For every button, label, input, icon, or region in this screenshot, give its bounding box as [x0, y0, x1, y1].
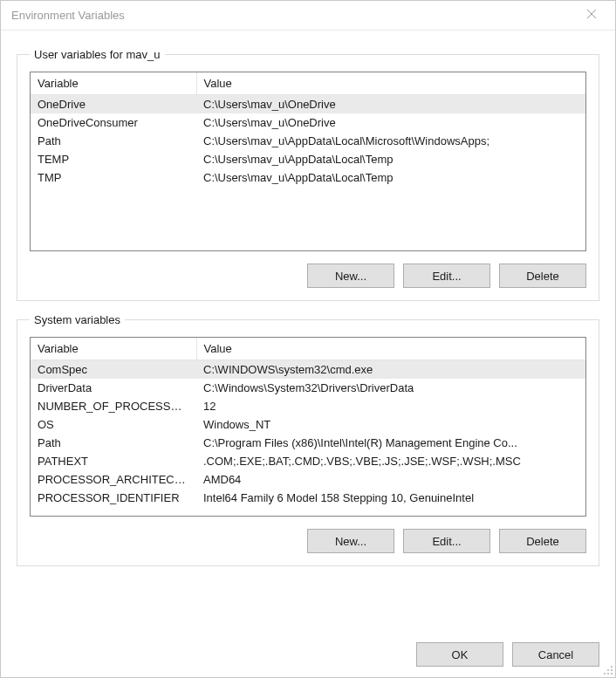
- system-button-row: New... Edit... Delete: [30, 529, 586, 553]
- cell-value: C:\Users\mav_u\OneDrive: [196, 113, 585, 132]
- user-variables-scroll[interactable]: Variable Value OneDriveC:\Users\mav_u\On…: [31, 72, 585, 250]
- cell-variable: PROCESSOR_ARCHITECTU...: [31, 470, 196, 489]
- titlebar: Environment Variables: [1, 1, 615, 31]
- system-variables-table[interactable]: Variable Value ComSpecC:\WINDOWS\system3…: [31, 338, 585, 507]
- svg-point-3: [607, 669, 609, 671]
- close-button[interactable]: [572, 2, 612, 30]
- table-row[interactable]: OneDriveC:\Users\mav_u\OneDrive: [31, 95, 585, 114]
- content: User variables for mav_u Variable Value …: [1, 31, 615, 677]
- user-group-legend: User variables for mav_u: [30, 48, 165, 61]
- column-header-value[interactable]: Value: [196, 72, 585, 95]
- cell-value: 12: [196, 397, 585, 415]
- cell-value: C:\Users\mav_u\AppData\Local\Temp: [196, 150, 585, 168]
- table-row[interactable]: PROCESSOR_IDENTIFIERIntel64 Family 6 Mod…: [31, 489, 585, 507]
- svg-point-7: [611, 673, 613, 675]
- system-variables-scroll[interactable]: Variable Value ComSpecC:\WINDOWS\system3…: [31, 338, 585, 516]
- cell-value: C:\WINDOWS\system32\cmd.exe: [196, 360, 585, 380]
- window-title: Environment Variables: [11, 9, 572, 22]
- user-variables-table[interactable]: Variable Value OneDriveC:\Users\mav_u\On…: [31, 72, 585, 187]
- table-row[interactable]: PathC:\Users\mav_u\AppData\Local\Microso…: [31, 132, 585, 150]
- table-row[interactable]: OSWindows_NT: [31, 415, 585, 434]
- user-variables-table-wrap: Variable Value OneDriveC:\Users\mav_u\On…: [30, 72, 586, 251]
- cell-value: C:\Program Files (x86)\Intel\Intel(R) Ma…: [196, 434, 585, 452]
- column-header-variable[interactable]: Variable: [31, 338, 196, 360]
- table-row[interactable]: PathC:\Program Files (x86)\Intel\Intel(R…: [31, 434, 585, 452]
- cell-variable: NUMBER_OF_PROCESSORS: [31, 397, 196, 415]
- cell-variable: OneDrive: [31, 95, 196, 114]
- cell-value: Intel64 Family 6 Model 158 Stepping 10, …: [196, 489, 585, 507]
- table-row[interactable]: PATHEXT.COM;.EXE;.BAT;.CMD;.VBS;.VBE;.JS…: [31, 452, 585, 470]
- user-new-button[interactable]: New...: [307, 264, 394, 288]
- column-header-variable[interactable]: Variable: [31, 72, 196, 95]
- cell-variable: PATHEXT: [31, 452, 196, 470]
- cell-value: Windows_NT: [196, 415, 585, 434]
- cell-variable: TMP: [31, 168, 196, 187]
- resize-grip-icon[interactable]: [601, 663, 613, 675]
- svg-point-5: [604, 673, 606, 675]
- close-icon: [586, 9, 597, 22]
- cell-value: C:\Users\mav_u\OneDrive: [196, 95, 585, 114]
- system-new-button[interactable]: New...: [307, 529, 394, 553]
- table-row[interactable]: NUMBER_OF_PROCESSORS12: [31, 397, 585, 415]
- column-header-value[interactable]: Value: [196, 338, 585, 360]
- cell-variable: Path: [31, 132, 196, 150]
- user-edit-button[interactable]: Edit...: [403, 264, 490, 288]
- system-edit-button[interactable]: Edit...: [403, 529, 490, 553]
- cell-variable: DriverData: [31, 379, 196, 397]
- system-delete-button[interactable]: Delete: [499, 529, 586, 553]
- user-variables-group: User variables for mav_u Variable Value …: [17, 48, 599, 301]
- dialog-button-row: OK Cancel: [17, 620, 599, 667]
- table-row[interactable]: PROCESSOR_ARCHITECTU...AMD64: [31, 470, 585, 489]
- table-row[interactable]: TEMPC:\Users\mav_u\AppData\Local\Temp: [31, 150, 585, 168]
- svg-point-6: [607, 673, 609, 675]
- cell-variable: OS: [31, 415, 196, 434]
- ok-button[interactable]: OK: [416, 642, 503, 667]
- cell-value: C:\Users\mav_u\AppData\Local\Microsoft\W…: [196, 132, 585, 150]
- cell-variable: ComSpec: [31, 360, 196, 380]
- cell-variable: Path: [31, 434, 196, 452]
- cell-value: C:\Windows\System32\Drivers\DriverData: [196, 379, 585, 397]
- cell-value: C:\Users\mav_u\AppData\Local\Temp: [196, 168, 585, 187]
- system-variables-table-wrap: Variable Value ComSpecC:\WINDOWS\system3…: [30, 337, 586, 517]
- cell-variable: TEMP: [31, 150, 196, 168]
- cancel-button[interactable]: Cancel: [512, 642, 599, 667]
- user-button-row: New... Edit... Delete: [30, 264, 586, 288]
- table-header-row: Variable Value: [31, 338, 585, 360]
- table-header-row: Variable Value: [31, 72, 585, 95]
- cell-value: .COM;.EXE;.BAT;.CMD;.VBS;.VBE;.JS;.JSE;.…: [196, 452, 585, 470]
- cell-value: AMD64: [196, 470, 585, 489]
- environment-variables-window: Environment Variables User variables for…: [0, 0, 616, 678]
- table-row[interactable]: OneDriveConsumerC:\Users\mav_u\OneDrive: [31, 113, 585, 132]
- system-variables-group: System variables Variable Value ComSpecC…: [17, 313, 599, 566]
- cell-variable: OneDriveConsumer: [31, 113, 196, 132]
- table-row[interactable]: DriverDataC:\Windows\System32\Drivers\Dr…: [31, 379, 585, 397]
- cell-variable: PROCESSOR_IDENTIFIER: [31, 489, 196, 507]
- system-group-legend: System variables: [30, 313, 125, 326]
- svg-point-4: [611, 669, 613, 671]
- table-row[interactable]: TMPC:\Users\mav_u\AppData\Local\Temp: [31, 168, 585, 187]
- user-delete-button[interactable]: Delete: [499, 264, 586, 288]
- svg-point-2: [611, 666, 613, 668]
- table-row[interactable]: ComSpecC:\WINDOWS\system32\cmd.exe: [31, 360, 585, 380]
